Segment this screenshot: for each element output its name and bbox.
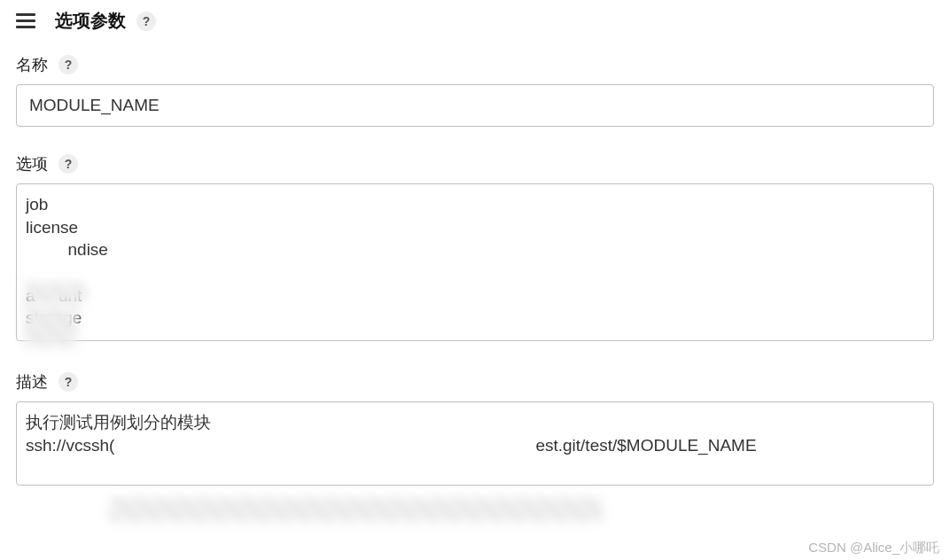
help-icon[interactable]: ? — [58, 154, 78, 174]
help-icon[interactable]: ? — [58, 55, 78, 74]
section-title: 选项参数 — [55, 9, 126, 33]
redaction-overlay — [110, 497, 603, 522]
section-header: 选项参数 ? — [0, 0, 950, 54]
help-icon[interactable]: ? — [136, 12, 156, 31]
description-label: 描述 — [16, 371, 48, 393]
options-input[interactable] — [16, 183, 934, 341]
field-description: 描述 ? — [0, 371, 950, 489]
name-label: 名称 — [16, 54, 48, 75]
description-input[interactable] — [16, 401, 934, 486]
field-name: 名称 ? — [0, 54, 950, 127]
watermark-text: CSDN @Alice_小哪吒 — [808, 540, 939, 556]
name-input[interactable] — [16, 84, 934, 127]
drag-handle-icon[interactable] — [16, 13, 35, 28]
field-options: 选项 ? — [0, 153, 950, 345]
options-label: 选项 — [16, 153, 48, 175]
help-icon[interactable]: ? — [58, 372, 78, 392]
